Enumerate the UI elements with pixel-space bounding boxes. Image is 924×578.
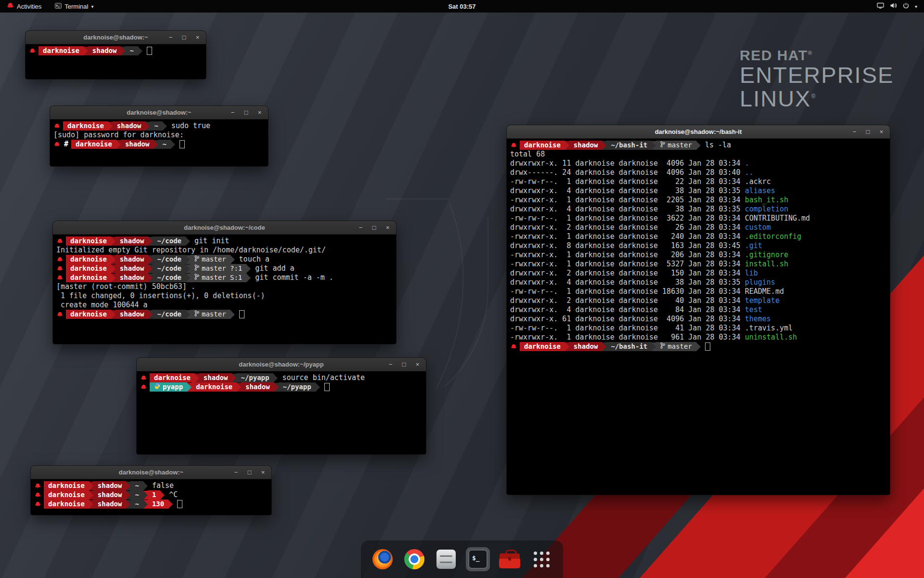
file-meta: -rwxrwxr-x. 1 darknoise darknoise 2205 J… <box>510 196 745 204</box>
powerline-separator-icon <box>316 383 320 392</box>
file-name: install.sh <box>745 260 788 268</box>
file-name: template <box>745 296 780 305</box>
terminal-window: darknoise@shadow:~/pyapp−□×darknoiseshad… <box>137 358 426 454</box>
file-list-row: -rwxrwxr-x. 1 darknoise darknoise 5327 J… <box>510 260 886 269</box>
dock-icon-files[interactable] <box>434 547 458 571</box>
minimize-button[interactable]: − <box>851 125 858 138</box>
powerline-separator-icon <box>143 482 148 490</box>
close-button[interactable]: × <box>878 125 885 138</box>
window-title: darknoise@shadow:~/bash-it <box>507 128 890 135</box>
prompt-path-segment: ~/bash-it <box>606 342 652 351</box>
system-status-area[interactable]: ▾ <box>877 2 924 10</box>
prompt-user-text: darknoise <box>70 273 107 282</box>
close-button[interactable]: × <box>257 106 263 119</box>
prompt-user-text: darknoise <box>76 140 112 149</box>
window-title: darknoise@shadow:~/pyapp <box>137 361 426 368</box>
prompt-git-segment: master <box>656 342 696 351</box>
powerline-separator-icon <box>143 500 148 509</box>
close-button[interactable]: × <box>194 31 201 44</box>
prompt-host-segment: shadow <box>113 121 146 131</box>
terminal-prompt-line: darknoiseshadow~/codemaster S:1git commi… <box>56 273 393 282</box>
maximize-button[interactable]: □ <box>243 106 249 119</box>
maximize-button[interactable]: □ <box>401 358 407 371</box>
prompt-path-segment: ~ <box>158 140 170 149</box>
terminal-content[interactable]: darknoiseshadow~sudo true[sudo] password… <box>50 119 268 166</box>
powerline-separator-icon <box>126 491 130 499</box>
powerline-separator-icon <box>138 47 142 55</box>
file-list-row: drwxrwxr-x. 2 darknoise darknoise 40 Jan… <box>510 296 886 305</box>
prompt-user-segment: darknoise <box>66 273 111 282</box>
terminal-cursor <box>324 383 330 391</box>
powerline-separator-icon <box>186 274 190 282</box>
file-name: uninstall.sh <box>745 333 797 342</box>
terminal-content[interactable]: darknoiseshadow~ <box>26 44 206 79</box>
terminal-prompt-line: #darknoiseshadow~ <box>53 140 265 149</box>
terminal-content[interactable]: darknoiseshadow~falsedarknoiseshadow~1^C… <box>31 479 271 515</box>
prompt-git-segment: master <box>190 310 231 319</box>
file-meta: drwxrwxr-x. 2 darknoise darknoise 26 Jan… <box>510 223 745 232</box>
maximize-button[interactable]: □ <box>865 125 871 138</box>
prompt-user-text: darknoise <box>70 264 107 273</box>
terminal-content[interactable]: darknoiseshadow~/bash-itmasterls -latota… <box>507 139 890 495</box>
maximize-button[interactable]: □ <box>246 466 253 479</box>
terminal-prompt-line: darknoiseshadow~ <box>29 46 203 55</box>
app-menu-terminal[interactable]: Terminal ▾ <box>53 0 95 13</box>
powerline-separator-icon <box>231 310 235 319</box>
terminal-content[interactable]: darknoiseshadow~/codegit initInitialized… <box>53 235 396 344</box>
file-name: completion <box>745 205 788 213</box>
minimize-button[interactable]: − <box>233 466 239 479</box>
powerline-separator-icon <box>246 264 251 273</box>
close-button[interactable]: × <box>414 358 421 371</box>
minimize-button[interactable]: − <box>167 31 174 44</box>
window-titlebar[interactable]: darknoise@shadow:~/code−□× <box>53 221 396 235</box>
redhat-icon <box>53 123 63 129</box>
prompt-user-segment: darknoise <box>38 46 84 55</box>
window-titlebar[interactable]: darknoise@shadow:~/bash-it−□× <box>507 125 890 139</box>
activities-button[interactable]: Activities <box>5 0 43 13</box>
dock-icon-toolbox[interactable] <box>498 547 522 571</box>
window-titlebar[interactable]: darknoise@shadow:~/pyapp−□× <box>137 358 426 371</box>
minimize-button[interactable]: − <box>358 221 364 234</box>
file-list-row: drwx------. 24 darknoise darknoise 4096 … <box>510 168 886 177</box>
window-controls: −□× <box>233 466 271 479</box>
chevron-down-icon: ▾ <box>91 4 93 9</box>
powerline-separator-icon <box>148 237 153 246</box>
terminal-window: darknoise@shadow:~/bash-it−□×darknoisesh… <box>507 125 890 495</box>
prompt-path-text: ~/code <box>157 236 181 246</box>
prompt-git-segment: master S:1 <box>190 273 246 282</box>
minimize-button[interactable]: − <box>230 106 236 119</box>
maximize-button[interactable]: □ <box>371 221 377 234</box>
terminal-window: darknoise@shadow:~−□×darknoiseshadow~sud… <box>50 106 268 166</box>
terminal-prompt-line: darknoiseshadow~/codemastertouch a <box>56 255 393 264</box>
prompt-user-segment: darknoise <box>66 236 111 246</box>
maximize-button[interactable]: □ <box>181 31 187 44</box>
close-button[interactable]: × <box>385 221 391 234</box>
window-titlebar[interactable]: darknoise@shadow:~−□× <box>26 31 206 44</box>
dock-icon-chrome[interactable] <box>402 547 426 571</box>
file-list-row: drwxrwxr-x. 2 darknoise darknoise 26 Jan… <box>510 223 886 232</box>
file-list-row: drwxrwxr-x. 4 darknoise darknoise 38 Jan… <box>510 278 886 287</box>
powerline-separator-icon <box>116 140 121 149</box>
file-list-row: drwxrwxr-x. 2 darknoise darknoise 150 Ja… <box>510 269 886 278</box>
prompt-host-text: shadow <box>120 264 144 273</box>
prompt-host-text: shadow <box>125 140 150 149</box>
dock-icon-firefox[interactable] <box>371 547 395 571</box>
command-text: touch a <box>239 255 270 264</box>
terminal-content[interactable]: darknoiseshadow~/pyappsource bin/activat… <box>137 371 426 454</box>
prompt-user-text: darknoise <box>524 141 561 150</box>
powerline-separator-icon <box>89 482 93 490</box>
powerline-separator-icon <box>195 374 199 382</box>
terminal-window: darknoise@shadow:~−□×darknoiseshadow~fal… <box>31 466 271 515</box>
file-name: themes <box>745 315 771 323</box>
dock-icon-terminal[interactable] <box>466 547 490 571</box>
window-titlebar[interactable]: darknoise@shadow:~−□× <box>31 466 271 479</box>
prompt-path-text: ~/bash-it <box>611 141 647 150</box>
dock-icon-show-applications[interactable] <box>529 547 553 571</box>
window-titlebar[interactable]: darknoise@shadow:~−□× <box>50 106 268 119</box>
close-button[interactable]: × <box>260 466 266 479</box>
clock[interactable]: Sat 03:57 <box>0 3 924 10</box>
powerline-separator-icon <box>108 122 113 131</box>
prompt-host-segment: shadow <box>93 499 127 509</box>
minimize-button[interactable]: − <box>387 358 394 371</box>
prompt-exit-text: 130 <box>152 499 164 509</box>
